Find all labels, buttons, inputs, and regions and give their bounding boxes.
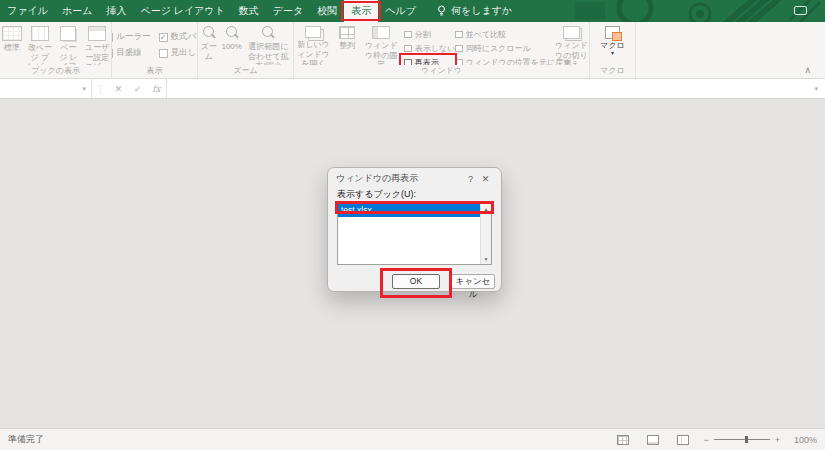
dialog-buttons-row: OK キャンセル <box>328 265 501 289</box>
group-show: ✓ ルーラー ✓ 数式バー ✓ 目盛線 ✓ 見出し <box>112 22 198 78</box>
macro-icon <box>605 26 620 39</box>
tab-insert[interactable]: 挿入 <box>99 0 133 22</box>
name-box[interactable]: ▾ <box>0 79 92 98</box>
unhide-window-button[interactable]: 再表示 <box>404 56 452 65</box>
normal-view-status-icon[interactable] <box>617 435 629 445</box>
dialog-close-icon[interactable]: ✕ <box>478 174 493 184</box>
hide-window-icon <box>404 45 412 52</box>
page-break-preview-icon <box>31 26 49 41</box>
new-window-button[interactable]: 新しいウィンドウを開く <box>294 25 333 65</box>
page-layout-view-button[interactable]: ページ レイアウト <box>56 25 82 65</box>
listbox-scrollbar[interactable]: ▲ ▼ <box>480 204 491 264</box>
zoom-in-icon[interactable]: + <box>775 435 780 445</box>
switch-windows-icon <box>563 26 580 39</box>
group-zoom: ズーム 100% 選択範囲に合わせて拡大/縮小 ズーム <box>198 22 294 78</box>
zoom-slider-track[interactable] <box>714 439 770 440</box>
page-layout-status-icon[interactable] <box>647 435 659 445</box>
arrange-all-label: 整列 <box>339 41 355 51</box>
zoom-slider-thumb[interactable] <box>745 436 748 443</box>
cancel-entry-icon[interactable]: ✕ <box>109 84 128 94</box>
zoom-slider[interactable]: − + <box>703 435 780 445</box>
comments-icon[interactable] <box>794 6 807 15</box>
formula-bar-grip-icon[interactable]: ⋮ <box>92 84 109 94</box>
unhide-window-label: 再表示 <box>415 57 439 66</box>
zoom-to-selection-icon <box>260 25 276 41</box>
unhide-list-label: 表示するブック(U): <box>328 187 501 201</box>
name-box-caret-icon: ▾ <box>82 85 86 93</box>
checkbox-ruler[interactable]: ✓ ルーラー <box>112 31 151 43</box>
checkbox-gridlines-box: ✓ <box>112 49 113 58</box>
tab-page-layout[interactable]: ページ レイアウト <box>133 0 231 22</box>
excel-window: ファイル ホーム 挿入 ページ レイアウト 数式 データ 校閲 表示 ヘルプ 何… <box>0 0 825 450</box>
unhide-window-dialog: ウィンドウの再表示 ? ✕ 表示するブック(U): test.xlsx ▲ ▼ … <box>327 167 502 292</box>
tab-help[interactable]: ヘルプ <box>378 0 423 22</box>
new-window-icon <box>305 26 321 38</box>
tab-data[interactable]: データ <box>266 0 310 22</box>
zoom-icon <box>201 25 217 41</box>
freeze-panes-icon <box>372 26 390 39</box>
checkbox-headings-box: ✓ <box>159 49 168 58</box>
zoom-out-icon[interactable]: − <box>703 435 708 445</box>
ok-button[interactable]: OK <box>392 274 440 289</box>
scroll-down-icon[interactable]: ▼ <box>484 256 489 262</box>
hide-window-button[interactable]: 表示しない <box>404 42 452 54</box>
page-break-status-icon[interactable] <box>677 435 689 445</box>
zoom-to-selection-button[interactable]: 選択範囲に合わせて拡大/縮小 <box>244 25 293 65</box>
hide-window-label: 表示しない <box>415 43 456 54</box>
synchronous-scrolling-icon <box>455 45 463 52</box>
tab-home[interactable]: ホーム <box>55 0 99 22</box>
dialog-help-icon[interactable]: ? <box>463 174 478 184</box>
scroll-up-icon[interactable]: ▲ <box>484 206 489 212</box>
checkbox-ruler-label: ルーラー <box>116 31 150 43</box>
group-macro: マクロ ▾ マクロ <box>590 22 636 78</box>
synchronous-scrolling-button[interactable]: 同時にスクロール <box>455 42 551 54</box>
zoom-level-text[interactable]: 100% <box>794 435 817 445</box>
split-button[interactable]: 分割 <box>404 28 452 40</box>
normal-view-button[interactable]: 標準 <box>0 25 24 53</box>
titlebar-artwork <box>575 0 825 22</box>
checkbox-formula-bar[interactable]: ✓ 数式バー <box>159 31 197 43</box>
unhide-workbook-listbox[interactable]: test.xlsx ▲ ▼ <box>337 203 492 265</box>
dialog-title: ウィンドウの再表示 <box>336 172 463 185</box>
group-label-macro: マクロ <box>590 65 635 78</box>
checkbox-headings[interactable]: ✓ 見出し <box>159 47 197 59</box>
tab-review[interactable]: 校閲 <box>310 0 344 22</box>
tell-me-box[interactable]: 何をしますか <box>429 0 520 22</box>
reset-window-position-icon <box>455 59 463 66</box>
reset-window-position-button[interactable]: ウィンドウの位置を元に戻す <box>455 56 551 65</box>
insert-function-icon[interactable]: fx <box>147 84 166 94</box>
enter-entry-icon[interactable]: ✓ <box>128 84 147 94</box>
ribbon-view-tab-panel: 標準 改ページ プレビュー ページ レイアウト ユーザー設定 のビュー ブックの… <box>0 22 825 79</box>
group-workbook-views: 標準 改ページ プレビュー ページ レイアウト ユーザー設定 のビュー ブックの… <box>0 22 112 78</box>
tab-formulas[interactable]: 数式 <box>232 0 266 22</box>
split-label: 分割 <box>415 29 431 40</box>
formula-bar-expand-icon[interactable]: ▾ <box>814 85 818 93</box>
freeze-panes-button[interactable]: ウィンドウ枠の固定 ▾ <box>362 25 401 65</box>
custom-views-button[interactable]: ユーザー設定 のビュー <box>83 25 111 65</box>
list-item-test-xlsx[interactable]: test.xlsx <box>338 204 480 217</box>
ok-button-label: OK <box>410 276 422 286</box>
normal-view-icon <box>2 26 22 41</box>
formula-input[interactable]: ▾ <box>166 79 825 98</box>
checkbox-gridlines[interactable]: ✓ 目盛線 <box>112 47 151 59</box>
page-break-preview-button[interactable]: 改ページ プレビュー <box>26 25 54 65</box>
custom-views-icon <box>88 26 106 41</box>
zoom-100-button[interactable]: 100% <box>222 25 242 52</box>
macro-button[interactable]: マクロ ▾ <box>596 25 630 56</box>
reset-window-position-label: ウィンドウの位置を元に戻す <box>466 57 572 66</box>
zoom-100-label: 100% <box>221 42 241 52</box>
formula-bar-row: ▾ ⋮ ✕ ✓ fx ▾ <box>0 79 825 99</box>
tab-file[interactable]: ファイル <box>0 0 55 22</box>
freeze-panes-label: ウィンドウ枠の固定 <box>363 41 400 65</box>
ribbon-tab-bar: ファイル ホーム 挿入 ページ レイアウト 数式 データ 校閲 表示 ヘルプ 何… <box>0 0 825 22</box>
view-side-by-side-button[interactable]: 並べて比較 <box>455 28 551 40</box>
collapse-ribbon-icon[interactable]: ∧ <box>804 66 811 75</box>
macro-caret-icon: ▾ <box>611 51 614 56</box>
page-layout-view-icon <box>60 26 76 41</box>
tab-view[interactable]: 表示 <box>344 0 378 22</box>
arrange-all-button[interactable]: 整列 <box>336 25 359 51</box>
zoom-button[interactable]: ズーム <box>198 25 220 61</box>
tab-view-label: 表示 <box>351 4 371 18</box>
group-label-show: 表示 <box>112 65 197 78</box>
cancel-button[interactable]: キャンセル <box>451 274 495 289</box>
